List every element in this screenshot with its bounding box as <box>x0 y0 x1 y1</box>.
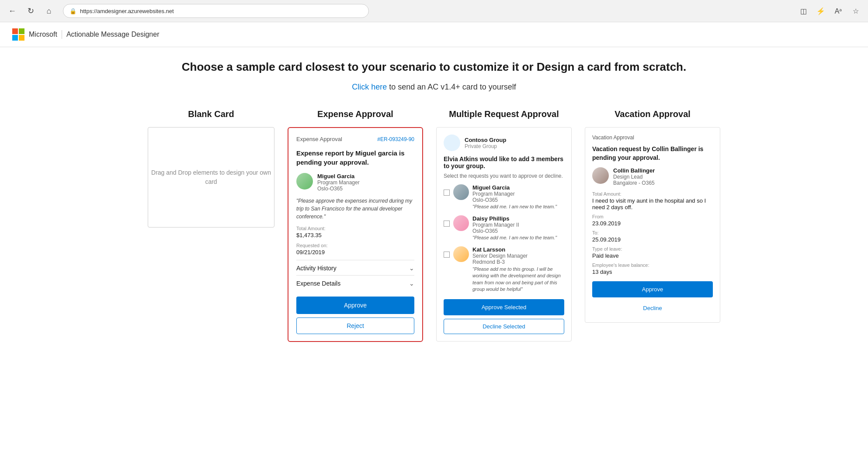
vacation-card-title: Vacation Approval <box>615 109 691 119</box>
expense-person: Miguel Garcia Program Manager Oslo-O365 <box>296 173 414 192</box>
vacation-decline-button[interactable]: Decline <box>592 301 713 315</box>
person1-quote: "Please add me. I am new to the team." <box>472 204 557 209</box>
url-text: https://amdesigner.azurewebsites.net <box>80 8 174 14</box>
group-type: Private Group <box>465 143 506 149</box>
refresh-button[interactable]: ↻ <box>24 4 38 18</box>
request-item-1: Miguel Garcia Program Manager Oslo-O365 … <box>444 184 564 209</box>
browser-right-icons: ◫ ⚡ Aᵃ ☆ <box>796 4 863 18</box>
expense-header-label: Expense Approval <box>296 136 342 142</box>
vac-message: I need to visit my aunt in the hospital … <box>592 197 713 210</box>
decline-selected-button[interactable]: Decline Selected <box>444 319 564 334</box>
person2-info: Daisy Phillips Program Manager II Oslo-O… <box>472 215 557 240</box>
ms-logo-green <box>19 28 24 34</box>
send-ac-link[interactable]: Click here <box>352 83 387 91</box>
group-text: Contoso Group Private Group <box>465 137 506 149</box>
expense-person-info: Miguel Garcia Program Manager Oslo-O365 <box>317 173 360 192</box>
send-ac-line: Click here to send an AC v1.4+ card to y… <box>17 83 851 92</box>
vacation-card-actions: Approve Decline <box>592 281 713 315</box>
approve-button[interactable]: Approve <box>296 297 414 314</box>
multi-card-title: Multiple Request Approval <box>449 109 559 119</box>
page-heading: Choose a sample card closest to your sce… <box>17 60 851 74</box>
blank-card[interactable]: Drag and Drop elements to design your ow… <box>148 127 274 228</box>
activity-history-toggle[interactable]: Activity History ⌄ <box>296 260 414 275</box>
expense-person-location: Oslo-O365 <box>317 186 360 192</box>
ms-logo-yellow <box>19 35 24 41</box>
aa-button[interactable]: Aᵃ <box>831 4 845 18</box>
vacation-body-title: Vacation request by Collin Ballinger is … <box>592 145 713 162</box>
multi-body-title: Elvia Atkins would like to add 3 members… <box>444 155 564 169</box>
vacation-approve-button[interactable]: Approve <box>592 281 713 297</box>
expense-details-chevron-icon: ⌄ <box>409 280 414 287</box>
person1-name: Miguel Garcia <box>472 184 557 191</box>
activity-history-label: Activity History <box>296 265 337 272</box>
vacation-person-title: Design Lead <box>613 174 655 180</box>
approve-selected-button[interactable]: Approve Selected <box>444 299 564 315</box>
expense-card-header: Expense Approval #ER-093249-90 <box>296 136 414 142</box>
ms-logo-blue <box>12 35 18 41</box>
multi-card[interactable]: Contoso Group Private Group Elvia Atkins… <box>436 127 572 342</box>
activity-chevron-icon: ⌄ <box>409 265 414 272</box>
vacation-card[interactable]: Vacation Approval Vacation request by Co… <box>585 127 720 323</box>
vac-to-value: 25.09.2019 <box>592 236 713 243</box>
cast-button[interactable]: ◫ <box>796 4 810 18</box>
request-checkbox-2[interactable] <box>444 221 450 227</box>
vac-to-label: To: <box>592 230 713 235</box>
expense-details-toggle[interactable]: Expense Details ⌄ <box>296 275 414 290</box>
blank-card-placeholder: Drag and Drop elements to design your ow… <box>148 168 274 186</box>
expense-person-avatar <box>296 173 313 190</box>
favorites-button[interactable]: ☆ <box>849 4 863 18</box>
vac-total-label: Total Amount: <box>592 191 713 197</box>
vacation-person: Collin Ballinger Design Lead Bangalore -… <box>592 167 713 186</box>
lock-icon: 🔒 <box>69 8 76 14</box>
person1-avatar <box>453 184 469 200</box>
vacation-card-label: Vacation Approval <box>592 135 713 141</box>
total-amount-value: $1,473.35 <box>296 232 414 238</box>
back-button[interactable]: ← <box>5 4 19 18</box>
vac-from-label: From <box>592 214 713 219</box>
person3-location: Redmond B-3 <box>472 259 564 265</box>
home-button[interactable]: ⌂ <box>42 4 56 18</box>
person1-title: Program Manager <box>472 191 557 197</box>
multi-instruction: Select the requests you want to approve … <box>444 173 564 179</box>
address-bar[interactable]: 🔒 https://amdesigner.azurewebsites.net <box>63 4 369 18</box>
vacation-card-column: Vacation Approval Vacation Approval Vaca… <box>585 109 720 323</box>
person2-avatar <box>453 215 469 231</box>
person1-location: Oslo-O365 <box>472 197 557 203</box>
blank-card-column: Blank Card Drag and Drop elements to des… <box>148 109 274 228</box>
blank-card-title: Blank Card <box>188 109 234 119</box>
multi-group-info: Contoso Group Private Group <box>444 135 564 151</box>
person1-info: Miguel Garcia Program Manager Oslo-O365 … <box>472 184 557 209</box>
person3-avatar <box>453 246 469 262</box>
brand-name: Microsoft <box>29 31 57 38</box>
app-header: Microsoft Actionable Message Designer <box>0 22 868 47</box>
browser-toolbar: ← ↻ ⌂ 🔒 https://amdesigner.azurewebsites… <box>0 0 868 22</box>
ms-logo <box>12 28 24 41</box>
person3-quote: "Please add me to this group. I will be … <box>472 266 564 293</box>
vac-from-value: 23.09.2019 <box>592 220 713 227</box>
extensions-button[interactable]: ⚡ <box>814 4 828 18</box>
expense-card-inner: Expense Approval #ER-093249-90 Expense r… <box>288 128 422 341</box>
request-item-3: Kat Larsson Senior Design Manager Redmon… <box>444 246 564 293</box>
person2-quote: "Please add me. I am new to the team." <box>472 235 557 240</box>
expense-body-title: Expense report by Miguel garcia is pendi… <box>296 148 414 167</box>
app-title: Actionable Message Designer <box>66 31 160 38</box>
person2-location: Oslo-O365 <box>472 228 557 234</box>
expense-header-id: #ER-093249-90 <box>377 136 414 142</box>
vacation-person-name: Collin Ballinger <box>613 167 655 174</box>
ms-logo-red <box>12 28 18 34</box>
person3-info: Kat Larsson Senior Design Manager Redmon… <box>472 246 564 293</box>
request-checkbox-1[interactable] <box>444 190 450 196</box>
vacation-person-info: Collin Ballinger Design Lead Bangalore -… <box>613 167 655 186</box>
request-checkbox-3[interactable] <box>444 252 450 258</box>
expense-card-actions: Approve Reject <box>296 297 414 334</box>
expense-details-label: Expense Details <box>296 280 340 287</box>
expense-person-title: Program Manager <box>317 179 360 186</box>
expense-quote: "Please approve the expenses incurred du… <box>296 197 414 221</box>
person3-name: Kat Larsson <box>472 246 564 253</box>
expense-card[interactable]: Expense Approval #ER-093249-90 Expense r… <box>288 127 423 342</box>
expense-person-name: Miguel Garcia <box>317 173 360 179</box>
person3-title: Senior Design Manager <box>472 253 564 259</box>
reject-button[interactable]: Reject <box>296 317 414 334</box>
vac-balance-value: 13 days <box>592 269 713 275</box>
expense-card-column: Expense Approval Expense Approval #ER-09… <box>288 109 423 342</box>
